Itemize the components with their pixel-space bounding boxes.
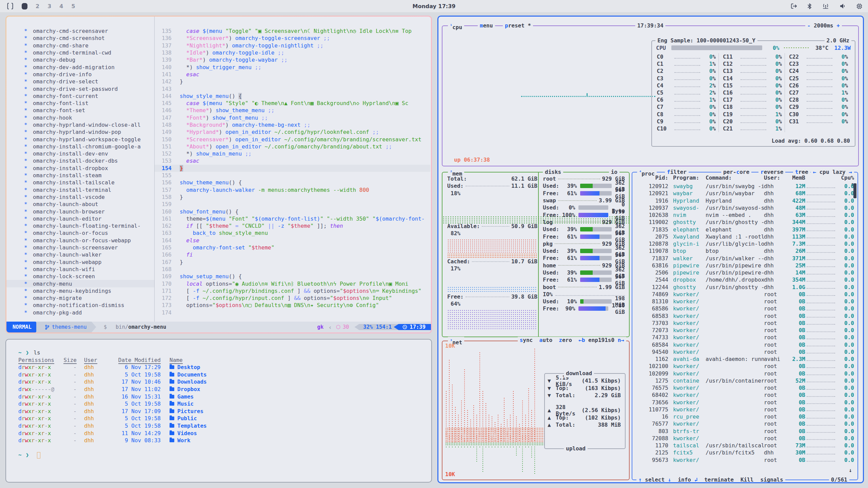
file-item[interactable]: *omarchy-launch-floating-terminal- [6,222,154,229]
process-row[interactable]: 2075XwaylandXwayland :1 -rootless -dhh11… [636,233,854,240]
dir-name[interactable]: Games [177,393,194,400]
code-line[interactable]: 174 [155,309,430,316]
select-buttons[interactable]: ↑ select ↓ [638,476,671,483]
code-pane[interactable]: 135 case $(menu "Toggle" "▣ Screensaver\… [155,27,430,322]
process-row[interactable]: 74733kworker/root0B0.0 [636,334,854,341]
code-line[interactable]: 165 omarchy-font-set "$theme" [155,244,430,251]
file-item[interactable]: *omarchy-install-docker-dbs [6,157,154,164]
code-line[interactable]: 148 *Background*) omarchy-theme-bg-next … [155,121,430,128]
dir-name[interactable]: Pictures [177,408,203,414]
sync-button[interactable]: sync [520,337,533,343]
file-item[interactable]: *omarchy-debug [6,56,154,63]
file-item[interactable]: *omarchy-install-vscode [6,194,154,201]
file-item[interactable]: *omarchy-hook [6,114,154,121]
net-controls[interactable]: sync auto zero ←b enp191s0 n→ [518,337,626,343]
scroll-down-icon[interactable]: ↓ [849,467,852,473]
signals-button[interactable]: signals [760,476,783,483]
process-row[interactable]: 71835elephantelephantdhh397M0.0 [636,226,854,233]
file-item[interactable]: *omarchy-install-dropbox [6,165,154,172]
file-item[interactable]: *omarchy-font-list [6,100,154,107]
file-item[interactable]: *omarchy-launch-or-focus-webapp [6,237,154,244]
code-line[interactable]: 158} [155,194,430,201]
code-line[interactable]: 166 fi [155,251,430,258]
file-item[interactable]: *omarchy-cmd-screensaver [6,27,154,35]
code-line[interactable]: 157 omarchy-launch-walker -m menus:omarc… [155,186,430,194]
code-line[interactable]: 160show_font_menu() { [155,208,430,215]
code-line[interactable]: 153 esac [155,157,430,164]
network-icon[interactable] [822,3,829,9]
process-row[interactable]: 102638nvimnvim --embed .dhh63M0.0 [636,211,854,219]
process-row[interactable]: 16rcu_preeroot0B0.0 [636,413,854,420]
workspace-4[interactable]: 4 [59,3,63,9]
process-row[interactable]: 102100kworker/root0B0.0 [636,363,854,370]
code-line[interactable]: 161 theme=$(menu "Font" "$(omarchy-font-… [155,215,430,222]
bluetooth-icon[interactable] [807,3,812,9]
zero-button[interactable]: zero [559,337,572,343]
code-line[interactable]: 152 *) show_main_menu ;; [155,150,430,157]
code-line[interactable]: 172 [ -f ~/.config/hypr/input.conf ] && … [155,294,430,302]
process-row[interactable]: 2544dropbox/home/dhh/.dropbox-distdhh354… [636,276,854,283]
workspace-2[interactable]: 2 [36,3,39,9]
workspace-3[interactable]: 3 [47,3,51,9]
dir-name[interactable]: Music [177,401,194,407]
file-item[interactable]: *omarchy-drive-select [6,78,154,85]
chip-icon[interactable] [856,3,863,9]
terminal-window[interactable]: ~❯lsPermissionsSizeUserDate ModifiedName… [5,339,432,483]
file-item[interactable]: *omarchy-drive-info [6,71,154,78]
file-item[interactable]: *omarchy-launch-or-focus [6,229,154,237]
file-item[interactable]: *omarchy-launch-wifi [6,266,154,273]
process-row[interactable]: 63816pipewire/usr/bin/pipewiredhh25M0.0 [636,262,854,269]
iface-next-button[interactable]: n→ [618,337,624,343]
process-row[interactable]: 102099kworker/root0B0.0 [636,370,854,377]
code-line[interactable]: 138 *Idle*) omarchy-toggle-idle ;; [155,49,430,56]
file-item[interactable]: *omarchy-launch-webapp [6,259,154,266]
dir-name[interactable]: Videos [177,430,197,436]
process-row[interactable]: 73703kworker/root0B0.0 [636,320,854,327]
process-row[interactable]: 1916HyprlandHyprlanddhh422M0.0 [636,197,854,204]
file-item[interactable]: *omarchy-hyprland-window-pop [6,128,154,136]
auto-button[interactable]: auto [539,337,553,343]
file-item[interactable]: *omarchy-drive-set-password [6,85,154,92]
dir-name[interactable]: Work [177,437,191,444]
dir-name[interactable]: Desktop [177,364,200,370]
file-item[interactable]: *omarchy-install-terminal [6,186,154,194]
file-item[interactable]: *omarchy-install-steam [6,172,154,179]
file-item[interactable]: *omarchy-notification-dismiss [6,302,154,309]
process-row[interactable]: 803btrfs-trroot0B0.0 [636,428,854,435]
code-line[interactable]: 171 [ -f ~/.config/hypr/bindings.conf ] … [155,287,430,294]
code-line[interactable]: 167} [155,259,430,266]
process-row[interactable]: 68584kworker/root0B0.0 [636,341,854,348]
file-item[interactable]: *omarchy-install-chromium-google-a [6,143,154,150]
process-row[interactable]: 120878glycin-i/usr/lib/glycin-loadersdhh… [636,240,854,247]
file-item[interactable]: *omarchy-font-current [6,93,154,100]
file-item[interactable]: *omarchy-install-dev-env [6,150,154,157]
process-scrollbar[interactable] [853,183,856,198]
code-line[interactable]: 149 *Hyprland*) open_in_editor ~/.config… [155,128,430,136]
logout-icon[interactable] [791,3,797,9]
code-line[interactable]: 142} [155,78,430,85]
file-item[interactable]: *omarchy-cmd-terminal-cwd [6,49,154,56]
file-item[interactable]: *omarchy-launch-screensaver [6,244,154,251]
code-line[interactable]: 150 *Screensaver*) open_in_editor ~/.con… [155,136,430,143]
process-row[interactable]: 120937swayosd-/usr/bin/swayosd-serverdhh… [636,204,854,211]
code-line[interactable]: 140 *) show_trigger_menu ;; [155,63,430,70]
code-line[interactable]: 162 if [[ "$theme" = "CNCLD" || -z "$the… [155,222,430,229]
file-item[interactable]: *omarchy-pkg-add [6,309,154,316]
code-line[interactable]: 145 case $(menu "Style" "◐ Theme\n▲ Font… [155,100,430,107]
code-line[interactable]: 156show_theme_menu() { [155,179,430,186]
dir-name[interactable]: Dropbox [177,386,200,392]
file-item[interactable]: *omarchy-hyprland-workspace-toggle [6,136,154,143]
process-row[interactable]: 120912swaybg/usr/bin/swaybg -i /homdhh12… [636,183,854,190]
screen-icon[interactable] [7,2,14,10]
process-row[interactable]: 68583kworker/root0B0.0 [636,312,854,320]
process-table[interactable]: 120912swaybg/usr/bin/swaybg -i /homdhh12… [636,183,854,474]
code-line[interactable]: 159 [155,201,430,208]
process-row[interactable]: 1162avahi-daavahi-daemon: running [avahi… [636,355,854,363]
process-row[interactable]: 73656kworker/root0B0.0 [636,399,854,406]
file-item[interactable]: *omarchy-migrate [6,294,154,302]
process-row[interactable]: 68402kworker/root0B0.0 [636,391,854,399]
process-row[interactable]: 74869kworker/root0B0.0 [636,291,854,298]
file-item[interactable]: *omarchy-menu-keybindings [6,287,154,294]
update-interval[interactable]: - 2000ms + [805,22,842,30]
code-line[interactable]: 170 local options="◉ Audio\n≋ Wifi\nᛒ Bl… [155,280,430,287]
